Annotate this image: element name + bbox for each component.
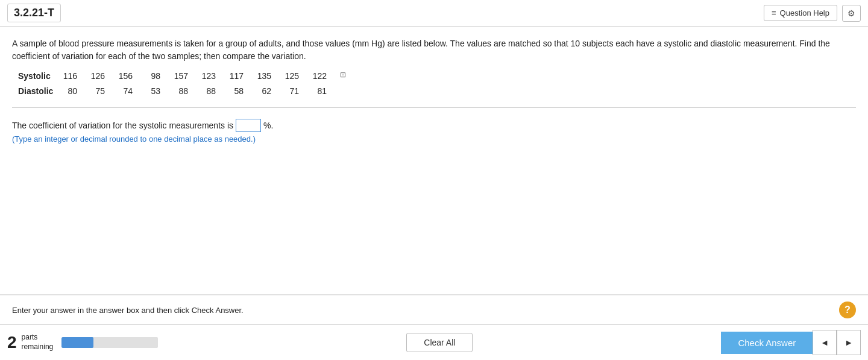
answer-prefix: The coefficient of variation for the sys… bbox=[12, 121, 233, 130]
systolic-val-5: 123 bbox=[199, 69, 216, 84]
question-help-button[interactable]: ≡ Question Help bbox=[764, 5, 837, 21]
main-content: A sample of blood pressure measurements … bbox=[0, 27, 868, 295]
answer-hint: (Type an integer or decimal rounded to o… bbox=[12, 134, 856, 144]
remaining-label: remaining bbox=[22, 343, 54, 352]
systolic-values: 116 126 156 98 157 123 117 135 125 122 ⊡ bbox=[60, 69, 346, 84]
diastolic-val-0: 80 bbox=[60, 84, 77, 99]
parts-remaining: parts remaining bbox=[22, 333, 54, 352]
status-text: Enter your answer in the answer box and … bbox=[12, 306, 244, 315]
diastolic-val-8: 71 bbox=[282, 84, 299, 99]
help-button[interactable]: ? bbox=[839, 302, 856, 318]
question-help-label: Question Help bbox=[780, 8, 829, 17]
prev-button[interactable]: ◄ bbox=[813, 330, 837, 355]
gear-icon: ⚙ bbox=[848, 8, 855, 18]
systolic-cv-input[interactable] bbox=[236, 119, 261, 132]
status-bar: Enter your answer in the answer box and … bbox=[0, 295, 868, 324]
systolic-val-2: 156 bbox=[116, 69, 133, 84]
systolic-val-4: 157 bbox=[171, 69, 188, 84]
systolic-val-3: 98 bbox=[143, 69, 160, 84]
answer-area: The coefficient of variation for the sys… bbox=[12, 114, 856, 148]
answer-suffix: %. bbox=[263, 121, 273, 130]
diastolic-val-2: 74 bbox=[116, 84, 133, 99]
footer-center: Clear All bbox=[406, 333, 473, 352]
copy-icon[interactable]: ⊡ bbox=[340, 69, 346, 84]
systolic-val-6: 117 bbox=[227, 69, 244, 84]
diastolic-label: Diastolic bbox=[18, 84, 60, 99]
systolic-val-0: 116 bbox=[60, 69, 77, 84]
parts-number: 2 bbox=[7, 334, 17, 351]
diastolic-val-1: 75 bbox=[88, 84, 105, 99]
footer: 2 parts remaining Clear All Check Answer… bbox=[0, 324, 868, 360]
answer-line: The coefficient of variation for the sys… bbox=[12, 119, 856, 132]
systolic-row: Systolic 116 126 156 98 157 123 117 135 … bbox=[18, 69, 856, 84]
parts-label: parts bbox=[22, 333, 54, 343]
systolic-label: Systolic bbox=[18, 69, 60, 84]
systolic-val-9: 122 bbox=[310, 69, 327, 84]
header-right: ≡ Question Help ⚙ bbox=[764, 5, 861, 22]
data-table: Systolic 116 126 156 98 157 123 117 135 … bbox=[18, 69, 856, 99]
systolic-val-8: 125 bbox=[282, 69, 299, 84]
footer-right: Check Answer ◄ ► bbox=[721, 330, 861, 355]
diastolic-values: 80 75 74 53 88 88 58 62 71 81 bbox=[60, 84, 327, 99]
diastolic-val-5: 88 bbox=[199, 84, 216, 99]
divider bbox=[12, 107, 856, 108]
footer-left: 2 parts remaining bbox=[7, 333, 158, 352]
diastolic-row: Diastolic 80 75 74 53 88 88 58 62 71 81 bbox=[18, 84, 856, 99]
diastolic-val-6: 58 bbox=[227, 84, 244, 99]
systolic-val-1: 126 bbox=[88, 69, 105, 84]
next-button[interactable]: ► bbox=[837, 330, 861, 355]
question-id: 3.2.21-T bbox=[7, 4, 61, 22]
check-answer-button[interactable]: Check Answer bbox=[721, 332, 813, 354]
diastolic-val-4: 88 bbox=[171, 84, 188, 99]
diastolic-val-7: 62 bbox=[254, 84, 271, 99]
diastolic-val-9: 81 bbox=[310, 84, 327, 99]
clear-all-button[interactable]: Clear All bbox=[406, 333, 473, 352]
systolic-val-7: 135 bbox=[254, 69, 271, 84]
list-icon: ≡ bbox=[772, 8, 776, 17]
progress-bar bbox=[61, 337, 158, 348]
diastolic-val-3: 53 bbox=[143, 84, 160, 99]
header: 3.2.21-T ≡ Question Help ⚙ bbox=[0, 0, 868, 27]
progress-bar-fill bbox=[61, 337, 93, 348]
problem-description: A sample of blood pressure measurements … bbox=[12, 37, 856, 63]
settings-button[interactable]: ⚙ bbox=[842, 5, 861, 22]
